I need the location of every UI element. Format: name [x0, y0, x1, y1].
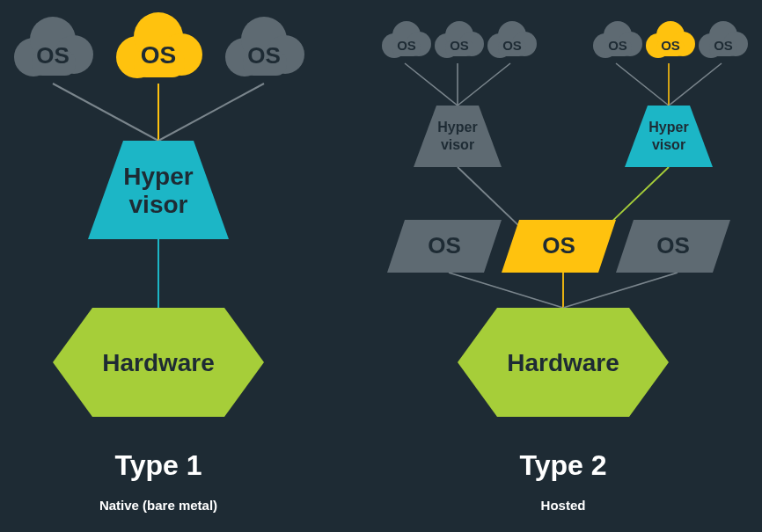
host-os-parallelogram-gray: OS: [616, 220, 730, 273]
os-label: OS: [502, 38, 522, 53]
os-label: OS: [397, 38, 416, 53]
hypervisor-label-line1: Hyper: [648, 120, 688, 135]
type2-group: OS OS OS OS: [382, 21, 748, 513]
os-cloud-gray: OS: [225, 17, 304, 77]
hypervisor-label-line1: Hyper: [123, 163, 193, 190]
hypervisor-small-teal: Hyper visor: [625, 106, 713, 167]
svg-marker-39: [625, 106, 713, 167]
hardware-label: Hardware: [507, 349, 619, 376]
os-label: OS: [661, 38, 680, 53]
os-cloud-small-gray: OS: [593, 21, 642, 58]
connector-line: [405, 63, 458, 106]
connector-line: [616, 63, 669, 106]
os-label: OS: [141, 41, 176, 69]
os-label: OS: [542, 232, 575, 259]
os-cloud-small-gray: OS: [435, 21, 484, 58]
os-cloud-small-gray: OS: [487, 21, 537, 58]
host-os-parallelogram-gray: OS: [387, 220, 502, 273]
hardware-hexagon: Hardware: [53, 308, 264, 417]
type2-title: Type 2: [520, 449, 607, 481]
connector-line: [158, 84, 264, 141]
connector-line: [669, 63, 722, 106]
os-label: OS: [714, 38, 733, 53]
connector-line: [458, 63, 510, 106]
connector-line: [563, 273, 678, 308]
os-label: OS: [428, 232, 461, 259]
hypervisor-label-line2: visor: [441, 137, 474, 152]
hardware-hexagon: Hardware: [458, 308, 669, 417]
host-os-parallelogram-yellow: OS: [502, 220, 616, 273]
os-cloud-small-gray: OS: [699, 21, 748, 58]
hypervisor-label-line2: visor: [652, 137, 685, 152]
type2-subtitle: Hosted: [541, 498, 586, 513]
svg-marker-12: [88, 141, 229, 239]
connector-line: [53, 84, 158, 141]
hypervisor-trapezoid: Hyper visor: [88, 141, 229, 239]
type1-group: OS OS OS Hyper visor: [14, 12, 304, 513]
os-cloud-small-gray: OS: [382, 21, 431, 58]
hypervisor-label-line1: Hyper: [437, 120, 477, 135]
hypervisor-label-line2: visor: [129, 191, 188, 218]
type1-subtitle: Native (bare metal): [99, 498, 217, 513]
os-cloud-gray: OS: [14, 17, 93, 77]
os-label: OS: [608, 38, 627, 53]
os-label: OS: [656, 232, 690, 259]
os-label: OS: [247, 42, 281, 69]
os-label: OS: [450, 38, 469, 53]
type1-title: Type 1: [115, 449, 202, 481]
svg-marker-38: [414, 106, 502, 167]
os-cloud-small-yellow: OS: [646, 21, 695, 58]
hardware-label: Hardware: [102, 349, 215, 376]
os-label: OS: [36, 42, 70, 69]
hypervisor-small-gray: Hyper visor: [414, 106, 502, 167]
os-cloud-yellow: OS: [116, 12, 202, 78]
connector-line: [449, 273, 563, 308]
hypervisor-types-diagram: OS OS OS Hyper visor: [0, 0, 762, 532]
